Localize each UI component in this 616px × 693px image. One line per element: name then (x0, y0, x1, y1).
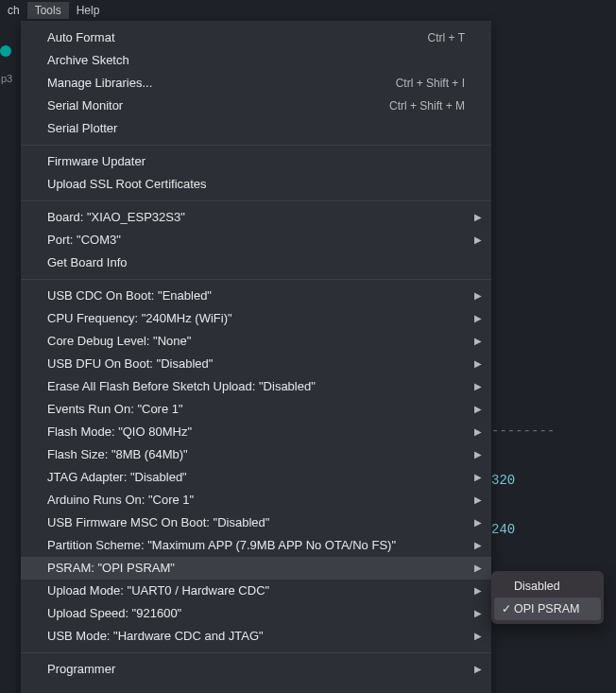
chevron-right-icon: ▶ (474, 403, 482, 416)
menu-item-label: Get Board Info (47, 254, 128, 271)
menu-item-label: Board: "XIAO_ESP32S3" (47, 209, 185, 226)
menubar-item-sketch[interactable]: ch (0, 2, 27, 19)
chevron-right-icon: ▶ (474, 312, 482, 325)
menu-item-label: USB Firmware MSC On Boot: "Disabled" (47, 514, 269, 531)
menu-separator (21, 200, 491, 201)
chevron-right-icon: ▶ (474, 562, 482, 575)
menu-item[interactable]: Partition Scheme: "Maximum APP (7.9MB AP… (21, 534, 491, 557)
menu-item[interactable]: Flash Mode: "QIO 80MHz"▶ (21, 421, 491, 443)
chevron-right-icon: ▶ (474, 516, 482, 529)
menu-item[interactable]: Upload Speed: "921600"▶ (21, 602, 491, 625)
chevron-right-icon: ▶ (474, 289, 482, 303)
menu-item[interactable]: CPU Frequency: "240MHz (WiFi)"▶ (21, 307, 491, 330)
menu-item-label: PSRAM: "OPI PSRAM" (47, 560, 175, 577)
menu-item-label: Auto Format (47, 29, 115, 46)
menu-item-label: Upload SSL Root Certificates (47, 176, 207, 193)
menu-item[interactable]: Get Board Info (21, 251, 491, 274)
menu-item[interactable]: Port: "COM3"▶ (21, 229, 491, 251)
chevron-right-icon: ▶ (474, 448, 482, 461)
menu-item[interactable]: Upload Mode: "UART0 / Hardware CDC"▶ (21, 580, 491, 602)
menu-item-shortcut: Ctrl + Shift + M (389, 98, 465, 114)
chevron-right-icon: ▶ (474, 607, 482, 620)
menu-item[interactable]: Serial MonitorCtrl + Shift + M (21, 95, 491, 117)
menu-item-label: Flash Size: "8MB (64Mb)" (47, 446, 188, 463)
menu-item-label: Core Debug Level: "None" (47, 333, 191, 350)
menu-item-label: Upload Speed: "921600" (47, 605, 181, 622)
menu-item-label: Upload Mode: "UART0 / Hardware CDC" (47, 582, 269, 599)
menu-item-label: Manage Libraries... (47, 75, 152, 92)
menu-item-label: Erase All Flash Before Sketch Upload: "D… (47, 378, 316, 395)
menu-item[interactable]: USB DFU On Boot: "Disabled"▶ (21, 353, 491, 375)
menu-item[interactable]: USB CDC On Boot: "Enabled"▶ (21, 285, 491, 307)
check-icon: ✓ (499, 602, 514, 615)
menu-item-shortcut: Ctrl + T (428, 30, 465, 46)
menu-item-label: Programmer (47, 661, 115, 678)
code-dashes: -------- (491, 422, 616, 441)
menu-item-label: CPU Frequency: "240MHz (WiFi)" (47, 310, 232, 327)
menu-item-label: Events Run On: "Core 1" (47, 401, 183, 418)
menu-item[interactable]: Serial Plotter (21, 117, 491, 140)
menu-item-label: USB CDC On Boot: "Enabled" (47, 287, 212, 304)
code-num-1: 320 (491, 473, 515, 488)
menu-item-label: Firmware Updater (47, 153, 145, 170)
activity-bar: p3 (0, 21, 17, 693)
menu-item-label: Serial Plotter (47, 120, 117, 137)
chevron-right-icon: ▶ (474, 494, 482, 507)
menu-item-label: Port: "COM3" (47, 232, 121, 249)
menu-item[interactable]: USB Mode: "Hardware CDC and JTAG"▶ (21, 625, 491, 648)
menu-item[interactable]: Manage Libraries...Ctrl + Shift + I (21, 72, 491, 95)
chevron-right-icon: ▶ (474, 584, 482, 598)
menu-item-label: Partition Scheme: "Maximum APP (7.9MB AP… (47, 537, 396, 554)
menu-separator (21, 279, 491, 280)
chevron-right-icon: ▶ (474, 630, 482, 643)
run-icon[interactable] (0, 45, 11, 57)
menu-separator (21, 145, 491, 146)
menubar: ch Tools Help (0, 0, 616, 21)
menu-item[interactable]: Flash Size: "8MB (64Mb)"▶ (21, 443, 491, 466)
menu-item-label: Flash Mode: "QIO 80MHz" (47, 424, 192, 441)
menu-item-label: Serial Monitor (47, 97, 123, 114)
menu-separator (21, 652, 491, 653)
editor-peek: -------- 320 240 3 -------- to see e.g. … (491, 21, 616, 569)
chevron-right-icon: ▶ (474, 471, 482, 484)
menu-item[interactable]: Erase All Flash Before Sketch Upload: "D… (21, 375, 491, 398)
chevron-right-icon: ▶ (474, 425, 482, 439)
menu-item[interactable]: PSRAM: "OPI PSRAM"▶ (21, 557, 491, 580)
code-num-2: 240 (491, 522, 515, 537)
sidebar-label: p3 (1, 74, 12, 84)
submenu-item[interactable]: Disabled (491, 575, 604, 598)
submenu-item[interactable]: ✓OPI PSRAM (494, 598, 601, 620)
chevron-right-icon: ▶ (474, 234, 482, 247)
dropdown-cutoff (21, 683, 491, 693)
menu-item[interactable]: Firmware Updater (21, 150, 491, 173)
menu-item[interactable]: JTAG Adapter: "Disabled"▶ (21, 466, 491, 489)
menu-item-label: Arduino Runs On: "Core 1" (47, 492, 194, 509)
menu-item-label: USB DFU On Boot: "Disabled" (47, 355, 213, 372)
submenu-item-label: Disabled (514, 580, 560, 593)
menu-item[interactable]: Events Run On: "Core 1"▶ (21, 398, 491, 421)
submenu-item-label: OPI PSRAM (514, 602, 579, 615)
menu-item[interactable]: Upload SSL Root Certificates (21, 173, 491, 196)
chevron-right-icon: ▶ (474, 380, 482, 393)
menubar-item-tools[interactable]: Tools (27, 2, 69, 19)
menu-item[interactable]: Programmer▶ (21, 658, 491, 681)
menu-item[interactable]: Arduino Runs On: "Core 1"▶ (21, 489, 491, 511)
menu-item-label: USB Mode: "Hardware CDC and JTAG" (47, 628, 264, 645)
chevron-right-icon: ▶ (474, 663, 482, 676)
menubar-item-help[interactable]: Help (69, 2, 108, 19)
menu-item[interactable]: USB Firmware MSC On Boot: "Disabled"▶ (21, 511, 491, 534)
menu-item[interactable]: Board: "XIAO_ESP32S3"▶ (21, 206, 491, 229)
chevron-right-icon: ▶ (474, 211, 482, 224)
chevron-right-icon: ▶ (474, 335, 482, 348)
menu-item[interactable]: Auto FormatCtrl + T (21, 26, 491, 49)
psram-submenu: Disabled✓OPI PSRAM (491, 571, 604, 624)
menu-item[interactable]: Archive Sketch (21, 49, 491, 72)
menu-item[interactable]: Core Debug Level: "None"▶ (21, 330, 491, 353)
chevron-right-icon: ▶ (474, 357, 482, 371)
menu-item-label: JTAG Adapter: "Disabled" (47, 469, 187, 486)
menu-item-shortcut: Ctrl + Shift + I (396, 76, 465, 92)
chevron-right-icon: ▶ (474, 539, 482, 552)
tools-dropdown: Auto FormatCtrl + TArchive SketchManage … (21, 21, 491, 693)
menu-item-label: Archive Sketch (47, 52, 129, 69)
